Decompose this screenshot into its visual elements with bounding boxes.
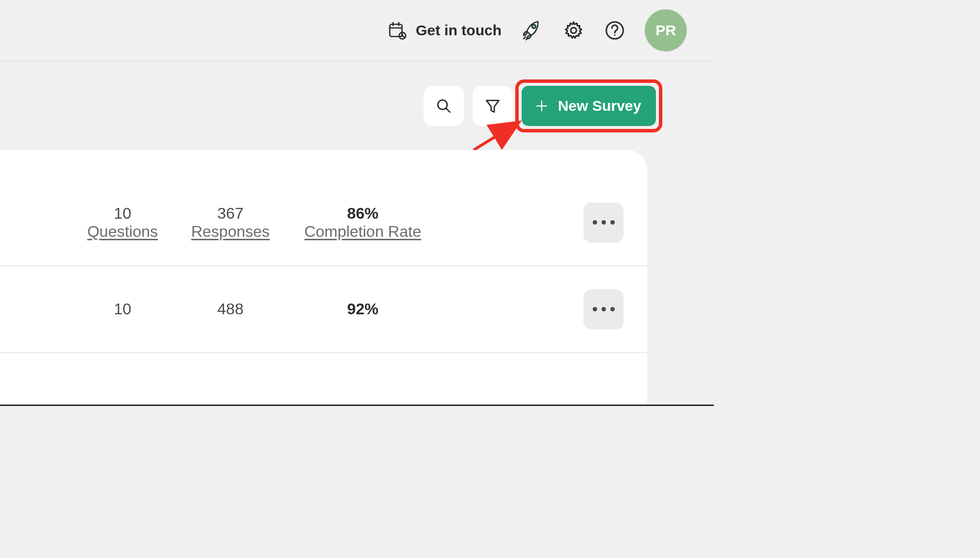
more-icon — [593, 307, 615, 311]
svg-point-12 — [614, 34, 615, 36]
app-header: Get in touch — [0, 0, 714, 62]
metric-responses: 367 Responses — [172, 204, 289, 241]
svg-rect-0 — [390, 25, 402, 37]
svg-line-8 — [524, 37, 526, 39]
responses-value: 367 — [217, 204, 243, 223]
rocket-icon — [520, 19, 544, 42]
metric-completion: 92% — [289, 300, 436, 318]
survey-row: 10 488 92% — [0, 266, 647, 352]
svg-point-7 — [532, 25, 536, 28]
app-viewport: Get in touch — [0, 0, 714, 406]
surveys-card: 10 Questions 367 Responses 86% Completio… — [0, 150, 647, 405]
svg-line-14 — [446, 108, 450, 112]
get-in-touch-label: Get in touch — [416, 22, 502, 39]
calendar-clock-icon — [387, 21, 407, 40]
get-in-touch-button[interactable]: Get in touch — [387, 21, 502, 40]
metric-questions: 10 Questions — [74, 204, 172, 241]
row-more-button[interactable] — [583, 289, 624, 330]
metric-questions: 10 — [74, 300, 172, 318]
search-icon — [434, 97, 453, 115]
gear-icon — [562, 19, 585, 42]
survey-row: 10 Questions 367 Responses 86% Completio… — [0, 179, 647, 265]
help-icon — [603, 19, 626, 42]
row-divider — [0, 352, 647, 353]
responses-label[interactable]: Responses — [191, 223, 270, 241]
svg-line-6 — [402, 36, 404, 37]
avatar-initials: PR — [655, 22, 676, 39]
settings-button[interactable] — [562, 19, 585, 42]
help-button[interactable] — [603, 19, 626, 42]
metric-responses: 488 — [172, 300, 289, 318]
more-icon — [593, 220, 615, 225]
new-survey-highlight-wrap: New Survey — [522, 86, 656, 126]
filter-icon — [483, 97, 502, 115]
search-button[interactable] — [424, 86, 464, 126]
row-more-button[interactable] — [583, 203, 624, 243]
new-survey-button[interactable]: New Survey — [522, 86, 656, 126]
avatar[interactable]: PR — [645, 9, 687, 51]
window-bottom-edge — [0, 405, 714, 406]
metric-completion: 86% Completion Rate — [289, 204, 436, 241]
responses-value: 488 — [217, 300, 243, 318]
questions-value: 10 — [114, 204, 131, 223]
questions-label[interactable]: Questions — [87, 223, 158, 241]
filter-button[interactable] — [473, 86, 513, 126]
svg-line-9 — [526, 38, 528, 40]
list-toolbar: New Survey — [0, 62, 714, 150]
questions-value: 10 — [114, 300, 131, 318]
plus-icon — [534, 99, 549, 113]
rocket-button[interactable] — [520, 19, 544, 42]
new-survey-label: New Survey — [558, 98, 641, 114]
completion-value: 86% — [347, 204, 378, 223]
completion-label[interactable]: Completion Rate — [304, 223, 421, 241]
svg-point-10 — [571, 27, 577, 33]
completion-value: 92% — [347, 300, 378, 318]
